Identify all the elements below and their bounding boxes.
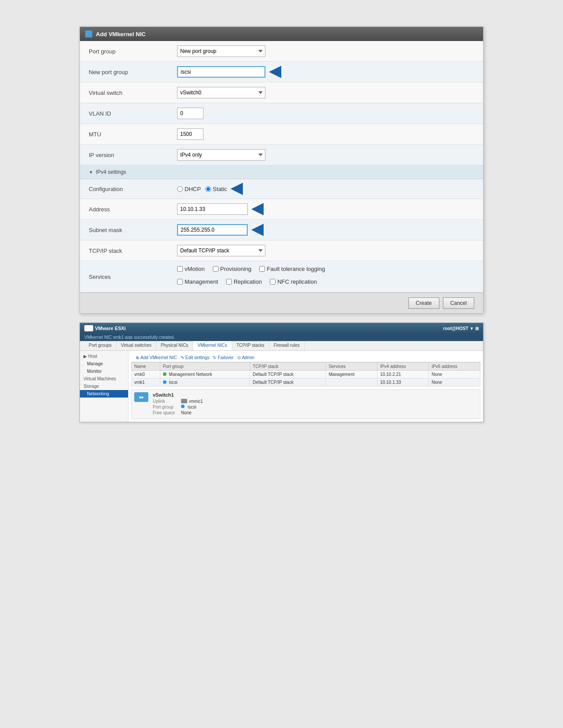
cancel-button[interactable]: Cancel bbox=[443, 297, 474, 309]
nfc-replication-checkbox-label[interactable]: NFC replication bbox=[270, 278, 317, 285]
freespace-value: None bbox=[181, 410, 192, 415]
col-ipv4: IPv4 address bbox=[377, 363, 429, 371]
status-dot-vmk0 bbox=[163, 372, 166, 376]
table-row[interactable]: vmk1 iscsi Default TCP/IP stack 10.10.1.… bbox=[132, 379, 480, 387]
services-control: vMotion Provisioning Fault tolerance log… bbox=[177, 266, 474, 288]
cell-tcpip-vmk1: Default TCP/IP stack bbox=[250, 379, 326, 387]
configuration-control: DHCP Static bbox=[177, 184, 474, 194]
cell-ipv4-vmk0: 10.10.2.21 bbox=[377, 371, 429, 379]
fault-tolerance-checkbox[interactable] bbox=[259, 266, 265, 272]
ipv4-section-header[interactable]: IPv4 settings bbox=[80, 165, 483, 179]
virtual-switch-select[interactable]: vSwitch0 bbox=[177, 87, 265, 98]
tab-port-groups[interactable]: Port groups bbox=[84, 341, 117, 350]
replication-checkbox-label[interactable]: Replication bbox=[226, 278, 262, 285]
vmotion-label: vMotion bbox=[185, 266, 205, 272]
bottom-sidebar: ▶ Host Manage Monitor Virtual Machines S… bbox=[80, 351, 128, 422]
dhcp-label: DHCP bbox=[185, 186, 201, 192]
mtu-row: MTU bbox=[80, 124, 483, 145]
vswitch-title: vSwitch1 bbox=[153, 392, 203, 398]
arrow-indicator-config bbox=[230, 184, 248, 194]
port-group-row: Port group New port group bbox=[80, 41, 483, 62]
admin-btn[interactable]: ⊙ Admin bbox=[237, 355, 254, 360]
dhcp-radio[interactable] bbox=[177, 186, 183, 192]
subnet-mask-row: Subnet mask bbox=[80, 220, 483, 240]
provisioning-checkbox-label[interactable]: Provisioning bbox=[213, 266, 252, 272]
mtu-input[interactable] bbox=[177, 128, 204, 140]
subnet-mask-control bbox=[177, 224, 474, 236]
cell-ipv4-vmk1: 10.10.1.33 bbox=[377, 379, 429, 387]
uplink-icon bbox=[181, 399, 187, 403]
vmotion-checkbox-label[interactable]: vMotion bbox=[177, 266, 205, 272]
sidebar-item-manage[interactable]: Manage bbox=[80, 360, 128, 368]
portgroup-label: Port group bbox=[153, 405, 179, 409]
esxi-panel: VMware ESXi root@HOST ▼ ⊞ VMkernel NIC v… bbox=[79, 323, 484, 422]
add-icon: ⊕ bbox=[136, 355, 139, 360]
brand-label: VMware ESXi bbox=[95, 326, 126, 331]
failover-icon: ↻ bbox=[213, 355, 216, 360]
sidebar-item-monitor[interactable]: Monitor bbox=[80, 368, 128, 375]
fault-tolerance-checkbox-label[interactable]: Fault tolerance logging bbox=[259, 266, 325, 272]
tab-physical-nics[interactable]: Physical NICs bbox=[156, 341, 193, 350]
cell-ipv6-vmk1: None bbox=[429, 379, 480, 387]
ipv4-section-label: IPv4 settings bbox=[96, 169, 126, 175]
nav-text: VMkernel NIC vmk1 was successfully creat… bbox=[84, 335, 175, 340]
tab-tcpip-stacks[interactable]: TCP/IP stacks bbox=[232, 341, 269, 350]
sidebar-item-networking[interactable]: Networking bbox=[80, 390, 128, 398]
vmotion-checkbox[interactable] bbox=[177, 266, 183, 272]
uplink-value: vmnic1 bbox=[189, 399, 203, 404]
management-checkbox[interactable] bbox=[177, 279, 183, 285]
dialog-body: Port group New port group New port group… bbox=[80, 41, 483, 293]
tab-virtual-switches[interactable]: Virtual switches bbox=[117, 341, 156, 350]
dialog-header: Add VMkernel NIC bbox=[80, 27, 483, 41]
sidebar-section-host: ▶ Host bbox=[80, 353, 128, 360]
add-vmkernel-btn[interactable]: ⊕ Add VMkernel NIC bbox=[136, 355, 177, 360]
tab-vmkernel-nics[interactable]: VMkernel NICs bbox=[193, 341, 232, 350]
nfc-replication-label: NFC replication bbox=[277, 278, 317, 285]
virtual-switch-control: vSwitch0 bbox=[177, 87, 474, 98]
add-vmkernel-dialog: Add VMkernel NIC Port group New port gro… bbox=[79, 26, 484, 314]
arrow-indicator-address bbox=[251, 204, 269, 214]
fault-tolerance-label: Fault tolerance logging bbox=[267, 266, 325, 272]
port-group-select[interactable]: New port group bbox=[177, 45, 265, 57]
mtu-control bbox=[177, 128, 474, 140]
vswitch-portgroup-row: Port group iscsi bbox=[153, 405, 203, 409]
vmware-icon bbox=[84, 325, 93, 331]
bottom-content: ▶ Host Manage Monitor Virtual Machines S… bbox=[80, 351, 483, 422]
arrow-indicator-subnet bbox=[251, 225, 269, 235]
edit-settings-btn[interactable]: ✎ Edit settings bbox=[181, 355, 209, 360]
management-checkbox-label[interactable]: Management bbox=[177, 278, 218, 285]
subnet-mask-input[interactable] bbox=[177, 224, 248, 236]
subnet-mask-label: Subnet mask bbox=[89, 227, 177, 233]
bottom-tabs: Port groups Virtual switches Physical NI… bbox=[80, 341, 483, 351]
services-row-2: Management Replication NFC replication bbox=[177, 278, 322, 285]
vswitch-uplink-row: Uplink vmnic1 bbox=[153, 399, 203, 404]
table-row[interactable]: vmk0 Management Network Default TCP/IP s… bbox=[132, 371, 480, 379]
tcpip-select[interactable]: Default TCP/IP stack bbox=[177, 245, 265, 256]
tcpip-row: TCP/IP stack Default TCP/IP stack bbox=[80, 240, 483, 261]
mtu-label: MTU bbox=[89, 131, 177, 138]
create-button[interactable]: Create bbox=[408, 297, 439, 309]
replication-checkbox[interactable] bbox=[226, 279, 232, 285]
provisioning-checkbox[interactable] bbox=[213, 266, 219, 272]
dialog-header-icon bbox=[85, 30, 92, 38]
vlan-id-input[interactable] bbox=[177, 108, 204, 119]
esxi-header: VMware ESXi root@HOST ▼ ⊞ bbox=[80, 323, 483, 334]
services-row: Services vMotion Provisioning Fault tole… bbox=[80, 261, 483, 293]
failover-btn[interactable]: ↻ Failover bbox=[213, 355, 234, 360]
address-input[interactable] bbox=[177, 203, 248, 215]
cell-services-vmk0: Management bbox=[326, 371, 378, 379]
ip-version-select[interactable]: IPv4 only bbox=[177, 149, 265, 161]
new-port-group-input[interactable] bbox=[177, 66, 265, 78]
static-radio-label[interactable]: Static bbox=[205, 186, 227, 192]
static-radio[interactable] bbox=[205, 186, 211, 192]
nfc-replication-checkbox[interactable] bbox=[270, 279, 276, 285]
tab-firewall-rules[interactable]: Firewall rules bbox=[269, 341, 305, 350]
edit-icon: ✎ bbox=[181, 355, 184, 360]
portgroup-value: iscsi bbox=[188, 405, 196, 409]
cell-portgroup-vmk0: Management Network bbox=[160, 371, 249, 379]
cell-portgroup-vmk1: iscsi bbox=[160, 379, 249, 387]
col-portgroup: Port group bbox=[160, 363, 249, 371]
brand-area: VMware ESXi bbox=[84, 325, 126, 331]
new-port-group-row: New port group bbox=[80, 62, 483, 83]
dhcp-radio-label[interactable]: DHCP bbox=[177, 186, 201, 192]
